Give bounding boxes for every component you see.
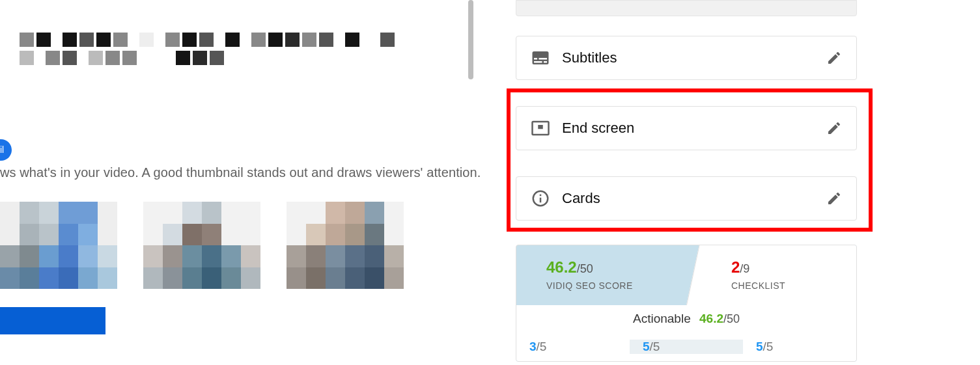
upload-thumbnail-button[interactable] xyxy=(0,307,105,334)
metric-1: 3/5 xyxy=(516,340,630,354)
thumbnail-pill-fragment: il xyxy=(0,139,12,161)
subtitles-card[interactable]: Subtitles xyxy=(516,36,857,80)
end-screen-icon xyxy=(531,118,550,138)
pixelated-text-block xyxy=(20,33,397,69)
vidiq-score-value: 46.2 xyxy=(546,258,577,277)
actionable-max: /50 xyxy=(723,312,740,325)
scrollbar[interactable] xyxy=(468,0,473,79)
vidiq-checklist-max: /9 xyxy=(740,262,749,275)
cards-label: Cards xyxy=(562,190,600,207)
cards-card[interactable]: Cards xyxy=(516,176,857,221)
subtitles-icon xyxy=(531,48,550,68)
thumbnail-choices xyxy=(0,202,404,289)
pencil-icon[interactable] xyxy=(826,50,842,66)
thumbnail-option-2[interactable] xyxy=(143,202,260,289)
vidiq-score-max: /50 xyxy=(577,262,593,275)
actionable-value: 46.2 xyxy=(699,312,723,325)
actionable-row: Actionable 46.2/50 xyxy=(516,305,856,332)
card-collapsed-top xyxy=(516,0,857,16)
end-screen-label: End screen xyxy=(562,120,634,137)
vidiq-checklist-tab[interactable]: 2/9 CHECKLIST xyxy=(686,245,858,305)
pencil-icon[interactable] xyxy=(826,120,842,136)
metric-3: 5/5 xyxy=(743,340,856,354)
end-screen-card[interactable]: End screen xyxy=(516,106,857,150)
info-icon xyxy=(531,189,550,208)
thumbnail-option-3[interactable] xyxy=(287,202,404,289)
subtitles-label: Subtitles xyxy=(562,49,617,66)
actionable-label: Actionable xyxy=(633,312,691,325)
pencil-icon[interactable] xyxy=(826,191,842,206)
thumbnail-option-1[interactable] xyxy=(0,202,117,289)
vidiq-score-label: VIDIQ SEO SCORE xyxy=(546,280,667,291)
vidiq-panel: 46.2/50 VIDIQ SEO SCORE 2/9 CHECKLIST Ac… xyxy=(516,245,857,362)
metric-2: 5/5 xyxy=(630,340,743,354)
vidiq-score-tab[interactable]: 46.2/50 VIDIQ SEO SCORE xyxy=(516,245,686,305)
metric-row: 3/5 5/5 5/5 xyxy=(516,332,856,361)
thumbnail-description: ws what's in your video. A good thumbnai… xyxy=(0,165,481,180)
vidiq-checklist-label: CHECKLIST xyxy=(731,280,843,291)
vidiq-checklist-value: 2 xyxy=(731,258,739,277)
